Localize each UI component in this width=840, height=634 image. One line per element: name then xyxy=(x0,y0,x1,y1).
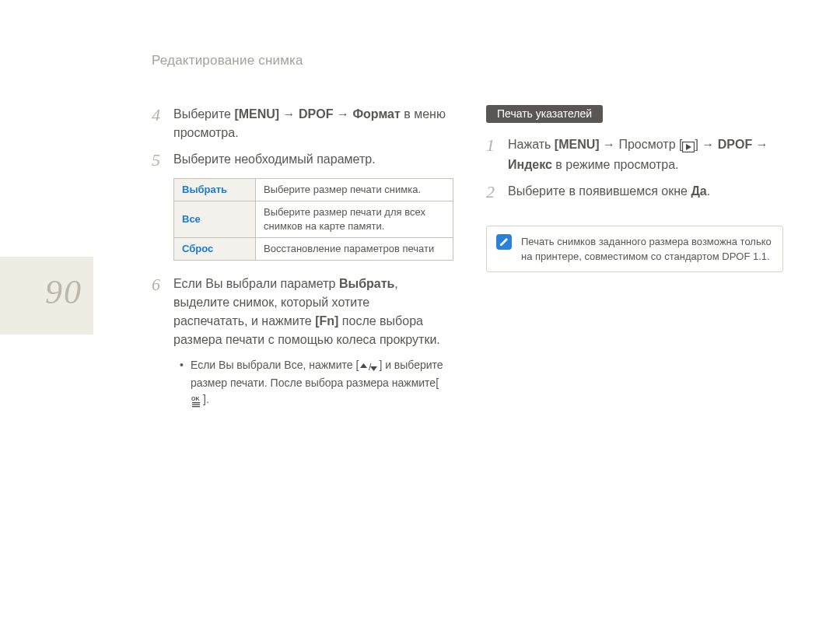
step-body: Выберите в появившемся окне Да. xyxy=(508,182,782,202)
text: Если Вы выбрали параметр xyxy=(173,277,339,290)
step-4: 4 Выберите [MENU] → DPOF → Формат в меню… xyxy=(152,105,447,142)
option-key: Все xyxy=(174,201,256,238)
option-val: Восстановление параметров печати xyxy=(256,238,453,261)
text-bold: DPOF xyxy=(299,107,333,121)
svg-marker-0 xyxy=(360,363,367,368)
ok-menu-icon: OK xyxy=(191,393,203,409)
text: в режиме просмотра. xyxy=(552,158,679,171)
step-2-right: 2 Выберите в появившемся окне Да. xyxy=(486,182,782,202)
note-text: Печать снимков заданного размера возможн… xyxy=(521,236,772,262)
option-val: Выберите размер печати снимка. xyxy=(256,179,453,201)
step-5: 5 Выберите необходимый параметр. xyxy=(152,150,447,170)
text: → Просмотр [ xyxy=(600,138,683,151)
text: ]. xyxy=(203,393,209,405)
option-val: Выберите размер печати для всех снимков … xyxy=(256,201,453,238)
side-page-tab: 90 xyxy=(0,257,93,335)
svg-rect-4 xyxy=(192,402,200,403)
play-box-icon xyxy=(682,137,695,156)
text: → xyxy=(279,107,299,121)
svg-rect-6 xyxy=(192,406,200,407)
step-1-right: 1 Нажать [MENU] → Просмотр [] → DPOF → И… xyxy=(486,135,782,174)
text-bold: [MENU] xyxy=(555,138,600,151)
step-body: Если Вы выбрали параметр Выбрать, выдели… xyxy=(173,275,447,349)
step-number: 1 xyxy=(486,135,508,174)
step-number: 6 xyxy=(152,275,173,349)
text-bold: [MENU] xyxy=(234,107,279,121)
text: Выберите в появившемся окне xyxy=(508,184,691,198)
text-bold: Да xyxy=(691,184,706,198)
text: Выберите xyxy=(173,107,234,121)
step-number: 2 xyxy=(486,182,508,202)
step-6-bullet: Если Вы выбрали Все, нажмите [/] и выбер… xyxy=(177,357,447,409)
table-row: Сброс Восстановление параметров печати xyxy=(174,238,453,261)
page-number: 90 xyxy=(45,272,82,312)
options-table: Выбрать Выберите размер печати снимка. В… xyxy=(173,178,453,261)
text: Если Вы выбрали Все, нажмите [ xyxy=(191,359,359,371)
step-6: 6 Если Вы выбрали параметр Выбрать, выде… xyxy=(152,275,447,349)
text: Нажать xyxy=(508,138,555,151)
text: ] → xyxy=(695,138,717,151)
step-body: Выберите необходимый параметр. xyxy=(173,150,447,170)
text: Выберите необходимый параметр. xyxy=(173,152,376,166)
table-row: Выбрать Выберите размер печати снимка. xyxy=(174,179,453,201)
text-bold: Индекс xyxy=(508,158,552,171)
table-row: Все Выберите размер печати для всех сним… xyxy=(174,201,453,238)
svg-marker-2 xyxy=(370,366,377,371)
step-number: 4 xyxy=(152,105,173,142)
text-bold: DPOF xyxy=(718,138,752,151)
text: → xyxy=(752,138,768,151)
note-pencil-icon xyxy=(496,234,512,250)
option-key: Выбрать xyxy=(174,179,256,201)
step-body: Выберите [MENU] → DPOF → Формат в меню п… xyxy=(173,105,447,142)
up-down-icon: / xyxy=(359,359,379,375)
text: . xyxy=(707,184,710,198)
svg-rect-5 xyxy=(192,405,200,405)
text-bold: Выбрать xyxy=(339,277,394,290)
section-pill: Печать указателей xyxy=(486,105,603,123)
note-box: Печать снимков заданного размера возможн… xyxy=(486,226,783,272)
text-bold: [Fn] xyxy=(315,314,338,328)
svg-marker-8 xyxy=(686,144,691,150)
right-column: Печать указателей 1 Нажать [MENU] → Прос… xyxy=(486,105,782,409)
step-body: Нажать [MENU] → Просмотр [] → DPOF → Инд… xyxy=(508,135,782,174)
step-number: 5 xyxy=(152,150,173,170)
svg-text:OK: OK xyxy=(191,396,200,401)
text-bold: Формат xyxy=(352,107,400,121)
option-key: Сброс xyxy=(174,238,256,261)
left-column: 4 Выберите [MENU] → DPOF → Формат в меню… xyxy=(152,105,447,409)
page-title: Редактирование снимка xyxy=(152,53,303,68)
text: → xyxy=(334,107,353,121)
